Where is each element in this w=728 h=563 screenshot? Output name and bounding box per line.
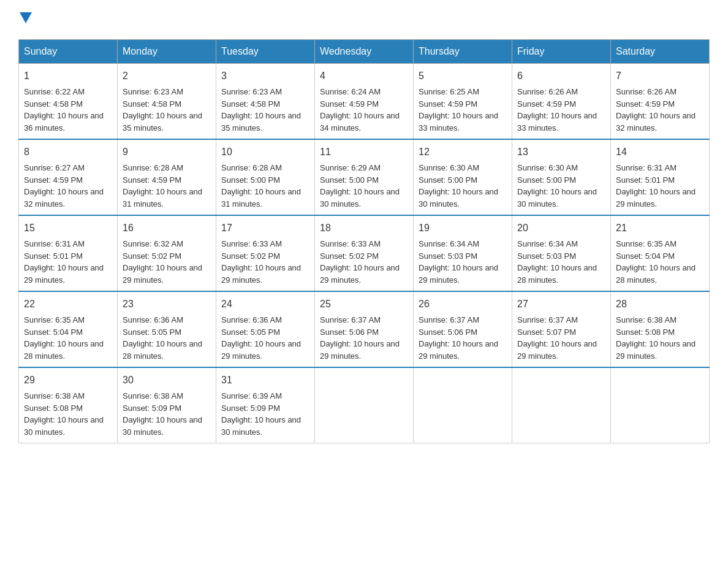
day-number: 4	[320, 69, 408, 83]
calendar-day-cell: 4Sunrise: 6:24 AMSunset: 4:59 PMDaylight…	[315, 64, 414, 140]
sunrise-label: Sunrise: 6:27 AM	[24, 163, 85, 172]
calendar-header-monday: Monday	[118, 40, 216, 64]
daylight-label: Daylight: 10 hours and 34 minutes.	[320, 111, 400, 132]
calendar-day-cell: 2Sunrise: 6:23 AMSunset: 4:58 PMDaylight…	[118, 64, 216, 140]
sunset-label: Sunset: 4:58 PM	[221, 99, 280, 109]
calendar-day-cell: 5Sunrise: 6:25 AMSunset: 4:59 PMDaylight…	[414, 64, 512, 140]
day-number: 10	[221, 145, 309, 159]
day-number: 30	[123, 373, 211, 388]
daylight-label: Daylight: 10 hours and 29 minutes.	[24, 263, 104, 285]
calendar-day-cell: 19Sunrise: 6:34 AMSunset: 5:03 PMDayligh…	[414, 215, 512, 291]
calendar-day-cell: 7Sunrise: 6:26 AMSunset: 4:59 PMDaylight…	[611, 64, 710, 140]
calendar-week-row: 22Sunrise: 6:35 AMSunset: 5:04 PMDayligh…	[19, 291, 710, 367]
calendar-header-wednesday: Wednesday	[315, 40, 414, 64]
day-number: 29	[24, 373, 112, 388]
sunrise-label: Sunrise: 6:22 AM	[24, 87, 85, 96]
calendar-day-cell: 6Sunrise: 6:26 AMSunset: 4:59 PMDaylight…	[512, 64, 611, 140]
calendar-day-cell: 25Sunrise: 6:37 AMSunset: 5:06 PMDayligh…	[315, 291, 414, 367]
day-number: 3	[221, 69, 309, 83]
calendar-day-cell: 16Sunrise: 6:32 AMSunset: 5:02 PMDayligh…	[118, 215, 216, 291]
calendar-week-row: 15Sunrise: 6:31 AMSunset: 5:01 PMDayligh…	[19, 215, 710, 291]
sunset-label: Sunset: 5:02 PM	[320, 251, 379, 261]
daylight-label: Daylight: 10 hours and 29 minutes.	[419, 263, 498, 285]
sunrise-label: Sunrise: 6:37 AM	[419, 315, 479, 324]
daylight-label: Daylight: 10 hours and 29 minutes.	[616, 187, 696, 209]
sunset-label: Sunset: 4:59 PM	[320, 99, 379, 109]
sunset-label: Sunset: 5:05 PM	[221, 327, 280, 337]
sunrise-label: Sunrise: 6:36 AM	[221, 315, 282, 324]
sunset-label: Sunset: 5:01 PM	[616, 175, 675, 185]
sunset-label: Sunset: 5:00 PM	[320, 175, 379, 185]
sunset-label: Sunset: 5:06 PM	[320, 327, 379, 337]
calendar-day-cell: 8Sunrise: 6:27 AMSunset: 4:59 PMDaylight…	[19, 139, 118, 215]
calendar-day-cell: 17Sunrise: 6:33 AMSunset: 5:02 PMDayligh…	[216, 215, 315, 291]
calendar-day-cell: 3Sunrise: 6:23 AMSunset: 4:58 PMDaylight…	[216, 64, 315, 140]
sunrise-label: Sunrise: 6:39 AM	[221, 391, 282, 400]
sunset-label: Sunset: 4:59 PM	[24, 175, 83, 185]
sunset-label: Sunset: 5:00 PM	[419, 175, 477, 185]
day-number: 11	[320, 145, 408, 159]
daylight-label: Daylight: 10 hours and 35 minutes.	[123, 111, 202, 132]
day-number: 20	[517, 221, 605, 236]
day-number: 17	[221, 221, 309, 236]
sunset-label: Sunset: 5:09 PM	[123, 404, 181, 413]
sunrise-label: Sunrise: 6:30 AM	[419, 163, 479, 172]
calendar-week-row: 8Sunrise: 6:27 AMSunset: 4:59 PMDaylight…	[19, 139, 710, 215]
day-number: 28	[616, 297, 704, 312]
daylight-label: Daylight: 10 hours and 33 minutes.	[419, 111, 498, 132]
calendar-header-friday: Friday	[512, 40, 611, 64]
day-number: 16	[123, 221, 211, 236]
sunset-label: Sunset: 5:03 PM	[517, 251, 576, 261]
daylight-label: Daylight: 10 hours and 29 minutes.	[320, 339, 400, 361]
calendar-day-cell: 10Sunrise: 6:28 AMSunset: 5:00 PMDayligh…	[216, 139, 315, 215]
sunrise-label: Sunrise: 6:28 AM	[123, 163, 183, 172]
daylight-label: Daylight: 10 hours and 28 minutes.	[123, 339, 202, 361]
day-number: 26	[419, 297, 507, 312]
daylight-label: Daylight: 10 hours and 28 minutes.	[24, 339, 104, 361]
sunset-label: Sunset: 5:09 PM	[221, 404, 280, 413]
calendar-day-cell: 26Sunrise: 6:37 AMSunset: 5:06 PMDayligh…	[414, 291, 512, 367]
day-number: 6	[517, 69, 605, 83]
daylight-label: Daylight: 10 hours and 32 minutes.	[616, 111, 696, 132]
sunrise-label: Sunrise: 6:26 AM	[517, 87, 578, 96]
sunset-label: Sunset: 5:04 PM	[24, 327, 83, 337]
day-number: 31	[221, 373, 309, 388]
sunrise-label: Sunrise: 6:24 AM	[320, 87, 381, 96]
sunrise-label: Sunrise: 6:38 AM	[616, 315, 677, 324]
day-number: 18	[320, 221, 408, 236]
sunset-label: Sunset: 5:01 PM	[24, 251, 83, 261]
calendar-day-cell	[315, 367, 414, 443]
day-number: 27	[517, 297, 605, 312]
sunrise-label: Sunrise: 6:33 AM	[221, 239, 282, 248]
sunrise-label: Sunrise: 6:26 AM	[616, 87, 677, 96]
sunset-label: Sunset: 5:00 PM	[517, 175, 576, 185]
sunrise-label: Sunrise: 6:30 AM	[517, 163, 578, 172]
sunrise-label: Sunrise: 6:37 AM	[320, 315, 381, 324]
calendar-day-cell: 12Sunrise: 6:30 AMSunset: 5:00 PMDayligh…	[414, 139, 512, 215]
daylight-label: Daylight: 10 hours and 36 minutes.	[24, 111, 104, 132]
calendar-day-cell: 15Sunrise: 6:31 AMSunset: 5:01 PMDayligh…	[19, 215, 118, 291]
sunrise-label: Sunrise: 6:36 AM	[123, 315, 183, 324]
sunset-label: Sunset: 4:59 PM	[419, 99, 477, 109]
calendar-day-cell: 13Sunrise: 6:30 AMSunset: 5:00 PMDayligh…	[512, 139, 611, 215]
daylight-label: Daylight: 10 hours and 31 minutes.	[123, 187, 202, 209]
daylight-label: Daylight: 10 hours and 29 minutes.	[419, 339, 498, 361]
calendar-day-cell	[414, 367, 512, 443]
calendar-day-cell: 20Sunrise: 6:34 AMSunset: 5:03 PMDayligh…	[512, 215, 611, 291]
logo-triangle-icon	[20, 12, 32, 23]
daylight-label: Daylight: 10 hours and 29 minutes.	[320, 263, 400, 285]
day-number: 15	[24, 221, 112, 236]
sunrise-label: Sunrise: 6:35 AM	[616, 239, 677, 248]
calendar-day-cell: 27Sunrise: 6:37 AMSunset: 5:07 PMDayligh…	[512, 291, 611, 367]
sunset-label: Sunset: 4:59 PM	[517, 99, 576, 109]
day-number: 7	[616, 69, 704, 83]
daylight-label: Daylight: 10 hours and 29 minutes.	[123, 263, 202, 285]
calendar-day-cell: 28Sunrise: 6:38 AMSunset: 5:08 PMDayligh…	[611, 291, 710, 367]
calendar-day-cell: 29Sunrise: 6:38 AMSunset: 5:08 PMDayligh…	[19, 367, 118, 443]
day-number: 13	[517, 145, 605, 159]
sunset-label: Sunset: 5:08 PM	[24, 404, 83, 413]
calendar-day-cell: 22Sunrise: 6:35 AMSunset: 5:04 PMDayligh…	[19, 291, 118, 367]
page-header	[18, 12, 710, 27]
calendar-day-cell: 9Sunrise: 6:28 AMSunset: 4:59 PMDaylight…	[118, 139, 216, 215]
daylight-label: Daylight: 10 hours and 29 minutes.	[616, 339, 696, 361]
